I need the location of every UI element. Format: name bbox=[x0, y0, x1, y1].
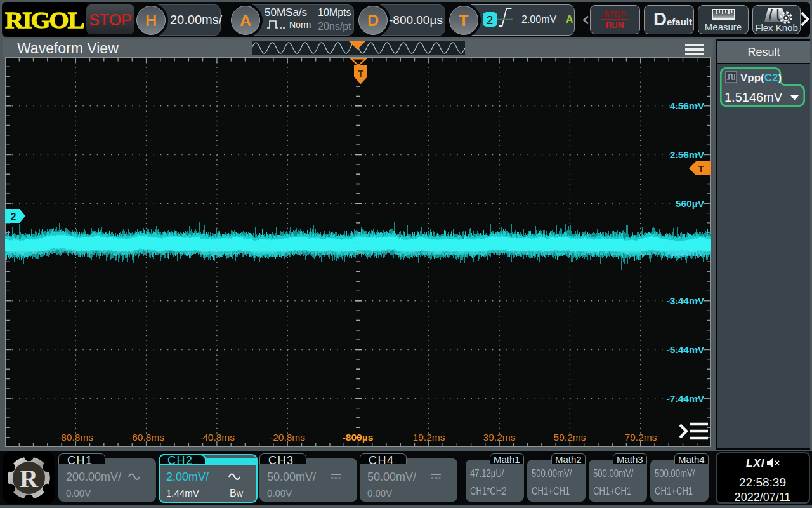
svg-text:2: 2 bbox=[11, 211, 16, 222]
svg-text:R: R bbox=[20, 464, 39, 493]
svg-text:560µV: 560µV bbox=[676, 198, 705, 209]
svg-text:-5.44mV: -5.44mV bbox=[667, 344, 705, 355]
svg-text:59.2ms: 59.2ms bbox=[554, 432, 586, 443]
svg-text:-3.44mV: -3.44mV bbox=[667, 295, 705, 306]
svg-text:-1.44mV: -1.44mV bbox=[667, 247, 705, 258]
svg-text:T: T bbox=[358, 69, 363, 79]
svg-text:39.2ms: 39.2ms bbox=[483, 432, 516, 443]
svg-text:-7.44mV: -7.44mV bbox=[667, 393, 705, 404]
svg-text:79.2ms: 79.2ms bbox=[625, 432, 657, 443]
svg-text:-80.8ms: -80.8ms bbox=[58, 432, 93, 443]
svg-text:-800µs: -800µs bbox=[343, 432, 374, 443]
svg-text:19.2ms: 19.2ms bbox=[413, 432, 445, 443]
svg-text:-20.8ms: -20.8ms bbox=[270, 432, 305, 443]
svg-text:4.56mV: 4.56mV bbox=[670, 100, 705, 111]
svg-text:2.56mV: 2.56mV bbox=[670, 149, 705, 160]
svg-text:-40.8ms: -40.8ms bbox=[199, 432, 235, 443]
svg-text:T: T bbox=[698, 164, 704, 174]
svg-text:-60.8ms: -60.8ms bbox=[129, 432, 164, 443]
